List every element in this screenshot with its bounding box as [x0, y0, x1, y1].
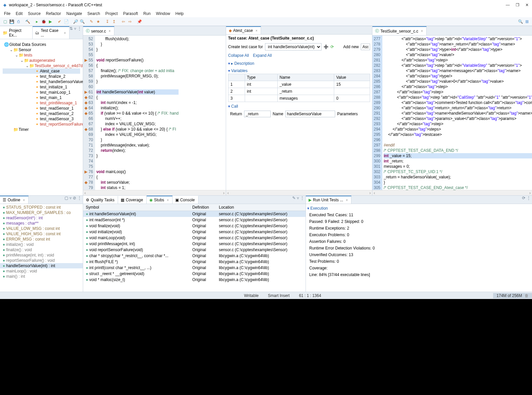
- tab-sensor-c[interactable]: ⓒsensor.c×: [83, 26, 114, 35]
- h-scrollbar[interactable]: ‹›: [226, 190, 372, 195]
- close-icon[interactable]: ×: [346, 198, 348, 202]
- section-call[interactable]: Call: [228, 103, 370, 109]
- search-icon[interactable]: 🔍: [79, 19, 85, 25]
- save-all-icon[interactable]: ⎙: [15, 19, 21, 25]
- list-item[interactable]: ● main() : int: [0, 274, 83, 279]
- tree-node[interactable]: 📁Timer: [3, 127, 80, 132]
- table-row[interactable]: ● void finalize(void)Originalsensor.c (C…: [83, 223, 306, 229]
- test-icon[interactable]: ✔: [57, 19, 63, 25]
- tab-test-case-explorer[interactable]: 🗂Test Case ...×: [33, 26, 69, 39]
- tree-node[interactable]: ⌄📁Sensor: [3, 47, 80, 52]
- menu-search[interactable]: Search: [85, 11, 102, 17]
- table-row[interactable]: ● void * malloc(size_t)Originallibcygwin…: [83, 277, 306, 283]
- tree-node[interactable]: 🔸test_printMessage_1: [3, 100, 80, 106]
- maximize-button[interactable]: ❐: [516, 3, 519, 7]
- build-icon[interactable]: 🔨: [25, 19, 31, 25]
- table-row[interactable]: ● void mainLoop(void)Originalsensor.c (C…: [83, 235, 306, 241]
- table-row[interactable]: ● struct _reent * __getreent(void)Origin…: [83, 271, 306, 277]
- table-row[interactable]: ● void initialize(void)Originalsensor.c …: [83, 229, 306, 235]
- list-item[interactable]: ● finalize() : void: [0, 247, 83, 252]
- menu-run[interactable]: Run: [141, 11, 153, 17]
- close-icon[interactable]: ×: [64, 31, 66, 35]
- list-item[interactable]: ● printMessage(int, int) : void: [0, 252, 83, 258]
- tree-node[interactable]: 🔸test_finalize_2: [3, 74, 80, 79]
- collapse-all-link[interactable]: Collapse All: [228, 53, 249, 58]
- table-row[interactable]: ● int printf(const char *_restrict__, ..…: [83, 265, 306, 271]
- menu-edit[interactable]: Edit: [14, 11, 25, 17]
- tree-node[interactable]: 🔸test_readSensor_3: [3, 116, 80, 122]
- menu-icon[interactable]: ⋮: [77, 196, 81, 204]
- sort-icon[interactable]: ▢: [65, 196, 68, 204]
- menu-help[interactable]: Help: [174, 11, 186, 17]
- wand-icon[interactable]: ✎: [292, 196, 296, 204]
- list-item[interactable]: ● VALUE_LOW_MSG : const int: [0, 226, 83, 231]
- pin-icon[interactable]: 📌: [136, 19, 142, 25]
- list-item[interactable]: ● MAX_NUMBER_OF_SAMPLES : co: [0, 210, 83, 215]
- list-item[interactable]: ● mainLoop() : void: [0, 268, 83, 274]
- forward-icon[interactable]: ⇨: [127, 19, 133, 25]
- menu-project[interactable]: Project: [103, 11, 120, 17]
- run-icon[interactable]: ▶: [47, 19, 53, 25]
- menu-icon[interactable]: ⋮: [300, 196, 304, 204]
- debug-icon[interactable]: 🐞: [41, 19, 47, 25]
- close-icon[interactable]: ×: [255, 29, 257, 33]
- name-input[interactable]: [285, 111, 335, 117]
- close-icon[interactable]: ×: [167, 198, 169, 202]
- h-scrollbar[interactable]: ‹›: [372, 190, 532, 195]
- tree-node[interactable]: 🔸test_readSensor_2: [3, 111, 80, 116]
- bookmark-icon[interactable]: ★: [95, 19, 101, 25]
- menu-parasoft[interactable]: Parasoft: [121, 11, 140, 17]
- menu-refactor[interactable]: Refactor: [44, 11, 63, 17]
- section-description[interactable]: ▸ Description: [228, 60, 370, 66]
- h-scrollbar[interactable]: ‹›: [83, 190, 226, 195]
- expand-all-link[interactable]: Expand All: [253, 53, 272, 58]
- tab-outline[interactable]: ☰Outline×: [0, 196, 29, 204]
- scroll-left-icon[interactable]: ‹: [84, 191, 86, 195]
- tab-stubs[interactable]: ◉Stubs×: [147, 196, 173, 204]
- tab-atest-case[interactable]: ◆Atest_case×: [226, 26, 261, 34]
- back-icon[interactable]: ⇦: [120, 19, 126, 25]
- list-item[interactable]: ● STATUS_STOPPED : const int: [0, 205, 83, 210]
- tab-project-explorer[interactable]: 📁Project Ex...: [0, 26, 33, 39]
- filter-icon[interactable]: ▿: [297, 196, 299, 204]
- add-icon[interactable]: ➕: [324, 45, 329, 49]
- close-icon[interactable]: ×: [109, 29, 111, 33]
- tree-node[interactable]: 🔸test_reportSensorFailure_: [3, 122, 80, 127]
- tree-node[interactable]: 🔸test_main_1: [3, 95, 80, 100]
- menu-icon[interactable]: ⋮: [527, 196, 531, 204]
- tab-coverage[interactable]: ▦Coverage: [118, 196, 147, 204]
- minimize-button[interactable]: —: [506, 3, 510, 7]
- return-input[interactable]: [244, 111, 271, 117]
- prev-annotation-icon[interactable]: ↥: [111, 19, 117, 25]
- global-data-sources[interactable]: 🌐Global Data Sources: [3, 42, 80, 47]
- save-icon[interactable]: 💾: [9, 19, 15, 25]
- tree-node[interactable]: ⌄📁autogenerated: [3, 58, 80, 63]
- list-item[interactable]: ● ERROR_MSG : const int: [0, 237, 83, 242]
- run-dropdown-icon[interactable]: ▸: [34, 19, 40, 25]
- execution-section[interactable]: Execution: [307, 205, 531, 211]
- perspective-icon[interactable]: ⊞: [524, 19, 530, 25]
- list-item[interactable]: ● handleSensorValue(int) : int: [0, 263, 83, 268]
- new-file-icon[interactable]: 📄: [63, 19, 69, 25]
- hide-icon[interactable]: ⊘: [73, 196, 76, 204]
- table-row[interactable]: ● int handleSensorValue(int)Originalsens…: [83, 211, 306, 217]
- list-item[interactable]: ● readSensor(int*) : int: [0, 215, 83, 221]
- menu-file[interactable]: File: [2, 11, 12, 17]
- table-row[interactable]: ● int fflush(FILE *)Originallibcygwin.a …: [83, 259, 306, 265]
- table-row[interactable]: ● void printMessage(int, int)Originalsen…: [83, 241, 306, 247]
- close-icon[interactable]: ×: [421, 29, 423, 33]
- tree-node[interactable]: 🔸test_readSensor_1: [3, 106, 80, 111]
- tree-node[interactable]: 🔸test_handleSensorValue_1: [3, 79, 80, 84]
- list-item[interactable]: ● messages : char**: [0, 221, 83, 226]
- close-button[interactable]: ✕: [525, 3, 529, 7]
- tab-console[interactable]: ▣Console: [173, 196, 199, 204]
- list-item[interactable]: ● VALUE_HIGH_MSG : const int: [0, 231, 83, 237]
- tree-node[interactable]: 🔸test_mainLoop_1: [3, 90, 80, 95]
- filter-icon[interactable]: ▿: [69, 196, 71, 204]
- quick-access-icon[interactable]: 🔍: [517, 19, 523, 25]
- table-row[interactable]: 3messages0: [228, 95, 370, 102]
- tree-node[interactable]: 🔸Atest_case: [3, 68, 80, 74]
- table-row[interactable]: 1int_value15: [228, 81, 370, 88]
- next-annotation-icon[interactable]: ↧: [104, 19, 110, 25]
- add-new-input[interactable]: [361, 44, 370, 50]
